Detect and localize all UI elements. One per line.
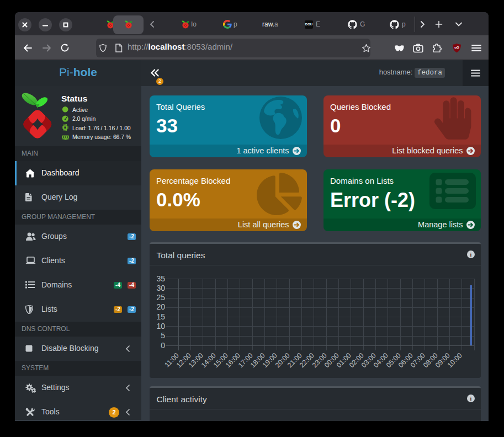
svg-text:i: i — [470, 252, 471, 258]
svg-text:i: i — [470, 396, 471, 402]
svg-text:uO: uO — [454, 45, 459, 49]
